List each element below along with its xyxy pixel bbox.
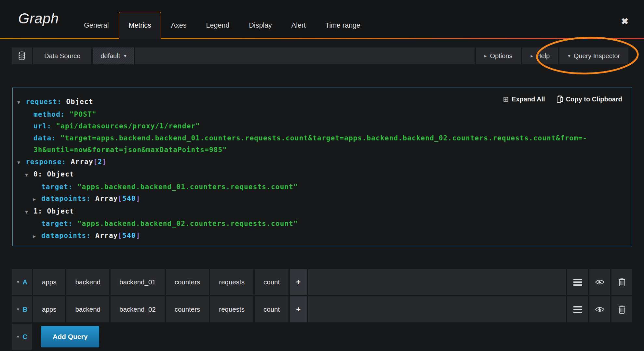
- query-segment[interactable]: requests: [210, 296, 253, 322]
- query-segment[interactable]: count: [255, 269, 288, 295]
- query-segment[interactable]: apps: [33, 296, 65, 322]
- query-segment[interactable]: counters: [166, 296, 209, 322]
- tab-metrics[interactable]: Metrics: [119, 12, 161, 39]
- json-tree-line: url: "api/datasources/proxy/1/render": [13, 120, 632, 132]
- expand-triangle-icon[interactable]: ▶: [33, 230, 41, 242]
- help-label: Help: [536, 52, 550, 60]
- json-token-key: datapoints:: [41, 232, 91, 240]
- expand-all-icon: ⊞: [503, 95, 509, 103]
- toolbar-spacer: [135, 47, 475, 64]
- expand-triangle-icon[interactable]: ▶: [33, 193, 41, 205]
- query-row-label-a[interactable]: ▼A: [12, 269, 32, 295]
- toggle-visibility-button[interactable]: [589, 269, 610, 295]
- json-token-br: ]: [136, 232, 141, 240]
- query-row-label-c[interactable]: ▼C: [12, 324, 32, 350]
- json-token-key: target:: [41, 183, 73, 191]
- panel-title: Graph: [18, 10, 59, 27]
- add-segment-button[interactable]: +: [290, 269, 307, 295]
- copy-icon: [557, 96, 563, 103]
- json-token-plain: Array: [91, 195, 118, 202]
- chevron-right-icon: ▸: [531, 53, 533, 59]
- json-token-key: data:: [34, 134, 56, 142]
- json-token-key: request:: [26, 98, 62, 106]
- chevron-down-icon: ▼: [16, 334, 20, 339]
- toggle-visibility-button[interactable]: [589, 296, 610, 322]
- json-token-str: "target=apps.backend.backend_01.counters…: [56, 134, 587, 142]
- json-tree: ▼request: Objectmethod: "POST"url: "api/…: [13, 87, 632, 242]
- editor-tabs: GeneralMetricsAxesLegendDisplayAlertTime…: [74, 12, 370, 39]
- query-menu-button[interactable]: [567, 296, 588, 322]
- expand-all-button[interactable]: ⊞ Expand All: [503, 95, 545, 103]
- eye-icon: [595, 279, 605, 285]
- json-token-key: target:: [41, 220, 73, 228]
- datasource-label: Data Source: [33, 47, 91, 64]
- tab-axes[interactable]: Axes: [161, 12, 196, 39]
- json-token-str: 3h&until=now&format=json&maxDataPoints=9…: [34, 146, 227, 154]
- collapse-triangle-icon[interactable]: ▼: [17, 157, 26, 169]
- copy-to-clipboard-button[interactable]: Copy to Clipboard: [557, 95, 622, 103]
- tab-display[interactable]: Display: [239, 12, 282, 39]
- json-token-plain: Array: [91, 232, 118, 240]
- query-segment[interactable]: counters: [166, 269, 209, 295]
- datasource-toolbar: Data Source default ▾ ▸ Options ▸ Help ▾…: [12, 47, 628, 64]
- json-token-br: [: [118, 232, 122, 240]
- datasource-value: default: [101, 52, 120, 60]
- chevron-down-icon: ▼: [16, 280, 20, 284]
- json-token-key: method:: [34, 110, 65, 118]
- json-tree-line: ▼0: Object: [13, 168, 632, 181]
- json-token-key: url:: [34, 122, 51, 130]
- collapse-triangle-icon[interactable]: ▼: [17, 97, 26, 109]
- eye-icon: [595, 306, 605, 312]
- query-segment[interactable]: backend_02: [111, 296, 165, 322]
- query-segment[interactable]: requests: [210, 269, 253, 295]
- json-token-num: 540: [122, 232, 136, 240]
- json-tree-line: ▶datapoints: Array[540]: [13, 193, 632, 205]
- query-segment[interactable]: backend: [66, 269, 109, 295]
- query-row-label-b[interactable]: ▼B: [12, 296, 32, 322]
- query-segment[interactable]: apps: [33, 269, 65, 295]
- json-token-br: ]: [102, 158, 107, 166]
- delete-query-button[interactable]: [611, 269, 632, 295]
- options-button[interactable]: ▸ Options: [476, 47, 521, 64]
- tab-legend[interactable]: Legend: [196, 12, 239, 39]
- add-segment-button[interactable]: +: [290, 296, 307, 322]
- chevron-down-icon: ▼: [16, 307, 20, 312]
- collapse-triangle-icon[interactable]: ▼: [25, 169, 34, 181]
- query-segment[interactable]: backend: [66, 296, 109, 322]
- copy-to-clipboard-label: Copy to Clipboard: [566, 96, 622, 103]
- panel-editor-header: Graph GeneralMetricsAxesLegendDisplayAle…: [0, 0, 644, 39]
- query-segment[interactable]: backend_01: [111, 269, 165, 295]
- inspector-actions: ⊞ Expand All Copy to Clipboard: [503, 95, 622, 103]
- delete-query-button[interactable]: [611, 296, 632, 322]
- chevron-down-icon: ▾: [568, 53, 570, 59]
- json-tree-line: 3h&until=now&format=json&maxDataPoints=9…: [13, 144, 632, 156]
- chevron-down-icon: ▾: [124, 53, 126, 58]
- json-token-str: "apps.backend.backend_02.counters.reques…: [73, 220, 298, 228]
- add-query-button[interactable]: Add Query: [41, 326, 99, 347]
- json-token-num: 540: [122, 195, 136, 202]
- query-inspector-button[interactable]: ▾ Query Inspector: [559, 47, 628, 64]
- json-token-key: response:: [26, 158, 66, 166]
- query-menu-button[interactable]: [567, 269, 588, 295]
- query-letter: A: [22, 278, 27, 286]
- json-token-str: "api/datasources/proxy/1/render": [51, 122, 200, 130]
- query-segment[interactable]: count: [255, 296, 288, 322]
- tab-time-range[interactable]: Time range: [315, 12, 370, 39]
- tab-alert[interactable]: Alert: [282, 12, 315, 39]
- close-icon[interactable]: ✖: [621, 16, 628, 27]
- datasource-icon-segment[interactable]: [12, 47, 32, 64]
- collapse-triangle-icon[interactable]: ▼: [25, 206, 34, 218]
- json-token-key: datapoints:: [41, 195, 91, 202]
- query-letter: B: [22, 306, 27, 313]
- query-inspector-label: Query Inspector: [574, 52, 620, 60]
- json-tree-line: ▶datapoints: Array[540]: [13, 230, 632, 242]
- chevron-right-icon: ▸: [484, 53, 487, 59]
- expand-all-label: Expand All: [512, 96, 545, 103]
- database-icon: [18, 51, 26, 60]
- query-inspector-panel: ⊞ Expand All Copy to Clipboard ▼request:…: [12, 87, 632, 246]
- help-button[interactable]: ▸ Help: [522, 47, 558, 64]
- datasource-select[interactable]: default ▾: [93, 47, 134, 64]
- tab-general[interactable]: General: [74, 12, 119, 39]
- query-row-a: ▼Aappsbackendbackend_01countersrequestsc…: [12, 269, 632, 295]
- json-tree-line: method: "POST": [13, 109, 632, 121]
